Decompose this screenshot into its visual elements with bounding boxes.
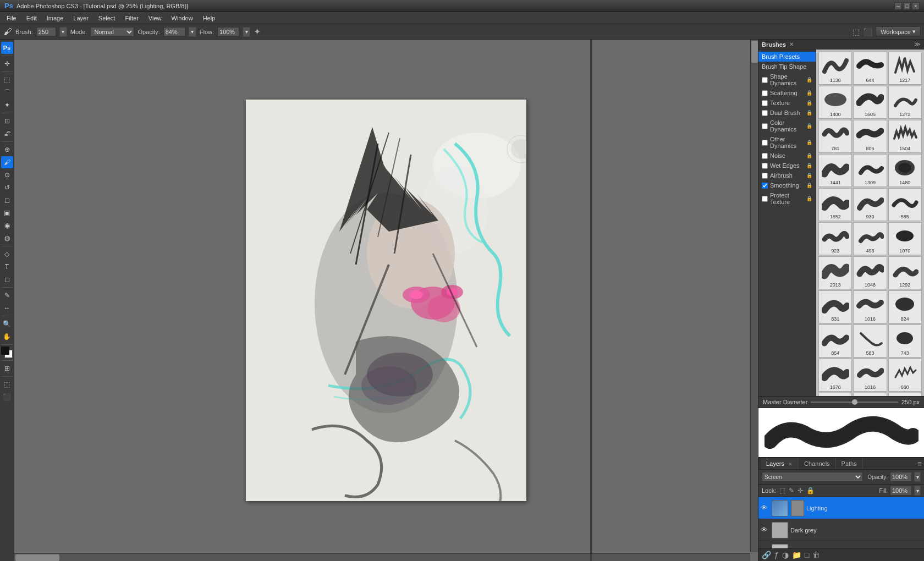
color-dynamics-option[interactable]: Color Dynamics 🔒 bbox=[758, 118, 816, 134]
shape-dynamics-checkbox[interactable] bbox=[762, 77, 768, 83]
airbrush-checkbox[interactable] bbox=[762, 173, 768, 179]
brush-size-input[interactable] bbox=[36, 27, 56, 37]
flow-arrow-btn[interactable]: ▾ bbox=[243, 27, 250, 37]
brush-cell-1217[interactable]: 1217 bbox=[888, 52, 922, 85]
menu-filter[interactable]: Filter bbox=[120, 14, 142, 23]
minimize-btn[interactable]: ─ bbox=[894, 2, 902, 10]
new-layer-btn[interactable]: □ bbox=[805, 551, 809, 559]
canvas-area[interactable] bbox=[14, 40, 758, 561]
noise-checkbox[interactable] bbox=[762, 153, 768, 159]
brush-cell-585[interactable]: 585 bbox=[888, 188, 922, 221]
dual-brush-checkbox[interactable] bbox=[762, 110, 768, 116]
scrollbar-v-thumb[interactable] bbox=[751, 41, 758, 63]
lock-position-btn[interactable]: ✛ bbox=[798, 487, 803, 494]
brush-tool[interactable]: 🖌 bbox=[1, 156, 13, 168]
fill-arrow[interactable]: ▾ bbox=[914, 486, 921, 496]
crop-tool[interactable]: ⊡ bbox=[1, 115, 13, 127]
brush-cell-781[interactable]: 781 bbox=[818, 120, 852, 153]
menu-image[interactable]: Image bbox=[42, 14, 68, 23]
protect-texture-option[interactable]: Protect Texture 🔒 bbox=[758, 190, 816, 207]
brushes-close-btn[interactable]: ✕ bbox=[789, 41, 794, 47]
protect-texture-checkbox[interactable] bbox=[762, 196, 768, 202]
layer-visibility-dark-grey[interactable]: 👁 bbox=[761, 526, 769, 534]
menu-edit[interactable]: Edit bbox=[22, 14, 41, 23]
brush-cell-1678[interactable]: 1678 bbox=[818, 359, 852, 392]
lock-image-btn[interactable]: ✎ bbox=[789, 487, 794, 494]
brush-picker-btn[interactable]: ▾ bbox=[59, 27, 67, 37]
brush-cell-1605[interactable]: 1605 bbox=[853, 86, 887, 119]
layer-effects-btn[interactable]: ƒ bbox=[774, 551, 779, 559]
link-layers-btn[interactable]: 🔗 bbox=[762, 551, 771, 559]
canvas-scrollbar-v[interactable] bbox=[750, 40, 758, 552]
other-dynamics-checkbox[interactable] bbox=[762, 140, 768, 146]
brush-cell-1138[interactable]: 1138 bbox=[818, 52, 852, 85]
brush-cell-831[interactable]: 831 bbox=[818, 290, 852, 323]
menu-file[interactable]: File bbox=[2, 14, 21, 23]
screen-mode-full-btn[interactable]: ⬛ bbox=[1, 391, 13, 403]
blur-tool[interactable]: ◉ bbox=[1, 219, 13, 232]
brush-cell-1048[interactable]: 1048 bbox=[853, 256, 887, 289]
menu-view[interactable]: View bbox=[144, 14, 166, 23]
brush-cell-806[interactable]: 806 bbox=[853, 120, 887, 153]
brush-cell-1480[interactable]: 1480 bbox=[888, 154, 922, 187]
history-brush-tool[interactable]: ↺ bbox=[1, 182, 13, 194]
lock-all-btn[interactable]: 🔒 bbox=[806, 487, 815, 494]
eyedropper-tool[interactable]: 🖇 bbox=[1, 128, 13, 140]
quick-mask-btn[interactable]: ⊞ bbox=[1, 362, 13, 375]
notes-tool[interactable]: ✎ bbox=[1, 289, 13, 301]
marquee-tool[interactable]: ⬚ bbox=[1, 74, 13, 86]
brush-grid-area[interactable]: 1138 644 1217 1400 bbox=[816, 50, 924, 396]
diameter-slider-thumb[interactable] bbox=[852, 399, 857, 405]
brush-cell-1993[interactable]: 1993 bbox=[888, 393, 922, 396]
brush-cell-923[interactable]: 923 bbox=[818, 222, 852, 255]
panel-resize-handle[interactable] bbox=[590, 40, 592, 561]
brush-cell-824[interactable]: 824 bbox=[888, 290, 922, 323]
lasso-tool[interactable]: ⌒ bbox=[1, 86, 13, 98]
restore-btn[interactable]: □ bbox=[903, 2, 911, 10]
tab-channels[interactable]: Channels bbox=[799, 458, 835, 469]
menu-help[interactable]: Help bbox=[199, 14, 220, 23]
menu-select[interactable]: Select bbox=[94, 14, 120, 23]
brush-cell-704[interactable]: 704 bbox=[818, 393, 852, 396]
move-tool[interactable]: ✛ bbox=[1, 58, 13, 70]
canvas-scrollbar-h[interactable] bbox=[14, 553, 750, 561]
shape-tool[interactable]: ◻ bbox=[1, 273, 13, 285]
mode-select[interactable]: Normal Multiply Screen Overlay bbox=[90, 27, 134, 37]
opacity-arrow-btn[interactable]: ▾ bbox=[189, 27, 196, 37]
wet-edges-option[interactable]: Wet Edges 🔒 bbox=[758, 161, 816, 170]
flow-input[interactable] bbox=[217, 27, 239, 37]
magic-wand-tool[interactable]: ✦ bbox=[1, 99, 13, 111]
layer-row-grey-fg[interactable]: 👁 Grey foreground bbox=[758, 541, 924, 548]
opacity-input[interactable] bbox=[163, 27, 185, 37]
workspace-btn[interactable]: Workspace ▾ bbox=[876, 26, 921, 37]
opacity-arrow-layers[interactable]: ▾ bbox=[914, 472, 921, 482]
brush-presets-option[interactable]: Brush Presets bbox=[758, 52, 816, 62]
ps-home-btn[interactable]: Ps bbox=[1, 42, 13, 54]
menu-window[interactable]: Window bbox=[167, 14, 197, 23]
opacity-input-layers[interactable] bbox=[890, 472, 912, 482]
clone-tool[interactable]: ⊙ bbox=[1, 169, 13, 181]
lock-transparent-btn[interactable]: ⬚ bbox=[779, 487, 785, 494]
color-dynamics-checkbox[interactable] bbox=[762, 123, 768, 129]
brush-cell-2013[interactable]: 2013 bbox=[818, 256, 852, 289]
hand-tool[interactable]: ✋ bbox=[1, 331, 13, 343]
brush-cell-1400[interactable]: 1400 bbox=[818, 86, 852, 119]
shape-dynamics-option[interactable]: Shape Dynamics 🔒 bbox=[758, 72, 816, 88]
zoom-tool[interactable]: 🔍 bbox=[1, 318, 13, 330]
brush-cell-583[interactable]: 583 bbox=[853, 324, 887, 358]
gradient-tool[interactable]: ▣ bbox=[1, 207, 13, 219]
layer-row-dark-grey[interactable]: 👁 Dark grey bbox=[758, 519, 924, 541]
tab-layers[interactable]: Layers ✕ bbox=[761, 458, 799, 469]
healing-tool[interactable]: ⊕ bbox=[1, 144, 13, 156]
foreground-color-swatch[interactable] bbox=[1, 346, 9, 355]
other-dynamics-option[interactable]: Other Dynamics 🔒 bbox=[758, 134, 816, 151]
brush-cell-1309[interactable]: 1309 bbox=[853, 154, 887, 187]
dual-brush-option[interactable]: Dual Brush 🔒 bbox=[758, 108, 816, 118]
brush-cell-1504[interactable]: 1504 bbox=[888, 120, 922, 153]
menu-layer[interactable]: Layer bbox=[69, 14, 93, 23]
wet-edges-checkbox[interactable] bbox=[762, 163, 768, 169]
brush-cell-1272[interactable]: 1272 bbox=[888, 86, 922, 119]
brush-cell-1070[interactable]: 1070 bbox=[888, 222, 922, 255]
scattering-checkbox[interactable] bbox=[762, 90, 768, 96]
brush-cell-1652[interactable]: 1652 bbox=[818, 188, 852, 221]
